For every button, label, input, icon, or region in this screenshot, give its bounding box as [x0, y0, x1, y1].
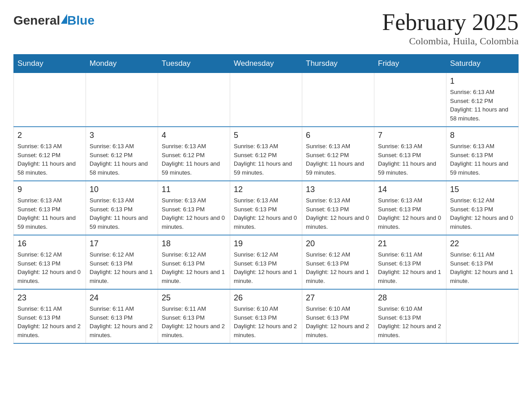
day-number: 7 — [378, 131, 442, 140]
calendar-cell — [446, 289, 519, 343]
calendar-cell: 10Sunrise: 6:13 AM Sunset: 6:13 PM Dayli… — [86, 181, 158, 235]
day-number: 22 — [450, 239, 515, 248]
weekday-header-monday: Monday — [86, 55, 158, 73]
day-number: 9 — [17, 185, 82, 194]
day-number: 20 — [306, 239, 370, 248]
calendar-week-5: 23Sunrise: 6:11 AM Sunset: 6:13 PM Dayli… — [14, 289, 519, 343]
weekday-header-friday: Friday — [374, 55, 446, 73]
calendar-cell: 19Sunrise: 6:12 AM Sunset: 6:13 PM Dayli… — [230, 235, 302, 289]
calendar-cell: 5Sunrise: 6:13 AM Sunset: 6:12 PM Daylig… — [230, 127, 302, 181]
day-info: Sunrise: 6:11 AM Sunset: 6:13 PM Dayligh… — [450, 250, 515, 285]
day-number: 26 — [234, 293, 298, 303]
calendar-week-1: 1Sunrise: 6:13 AM Sunset: 6:12 PM Daylig… — [14, 73, 519, 127]
day-info: Sunrise: 6:13 AM Sunset: 6:13 PM Dayligh… — [90, 196, 154, 231]
calendar-table: SundayMondayTuesdayWednesdayThursdayFrid… — [13, 54, 519, 344]
day-info: Sunrise: 6:12 AM Sunset: 6:13 PM Dayligh… — [162, 250, 226, 285]
day-info: Sunrise: 6:13 AM Sunset: 6:13 PM Dayligh… — [378, 142, 442, 177]
day-info: Sunrise: 6:13 AM Sunset: 6:13 PM Dayligh… — [306, 196, 370, 231]
calendar-cell: 17Sunrise: 6:12 AM Sunset: 6:13 PM Dayli… — [86, 235, 158, 289]
day-number: 17 — [90, 239, 154, 248]
calendar-cell — [14, 73, 86, 127]
weekday-header-row: SundayMondayTuesdayWednesdayThursdayFrid… — [14, 55, 519, 73]
day-number: 12 — [234, 185, 298, 194]
day-info: Sunrise: 6:10 AM Sunset: 6:13 PM Dayligh… — [306, 304, 370, 339]
day-info: Sunrise: 6:13 AM Sunset: 6:12 PM Dayligh… — [450, 88, 515, 123]
calendar-cell — [302, 73, 374, 127]
day-number: 24 — [90, 293, 154, 303]
day-number: 16 — [17, 239, 82, 248]
calendar-title: February 2025 — [382, 9, 519, 35]
day-number: 8 — [450, 131, 515, 140]
day-info: Sunrise: 6:11 AM Sunset: 6:13 PM Dayligh… — [378, 250, 442, 285]
calendar-cell: 28Sunrise: 6:10 AM Sunset: 6:13 PM Dayli… — [374, 289, 446, 343]
day-number: 25 — [162, 293, 226, 303]
calendar-cell: 14Sunrise: 6:13 AM Sunset: 6:13 PM Dayli… — [374, 181, 446, 235]
day-info: Sunrise: 6:12 AM Sunset: 6:13 PM Dayligh… — [306, 250, 370, 285]
calendar-cell — [86, 73, 158, 127]
day-number: 23 — [17, 293, 82, 303]
day-info: Sunrise: 6:12 AM Sunset: 6:13 PM Dayligh… — [234, 250, 298, 285]
calendar-cell: 11Sunrise: 6:13 AM Sunset: 6:13 PM Dayli… — [158, 181, 230, 235]
weekday-header-saturday: Saturday — [446, 55, 519, 73]
calendar-cell: 27Sunrise: 6:10 AM Sunset: 6:13 PM Dayli… — [302, 289, 374, 343]
logo-text-blue: Blue — [67, 13, 94, 28]
day-number: 15 — [450, 185, 515, 194]
calendar-cell: 6Sunrise: 6:13 AM Sunset: 6:12 PM Daylig… — [302, 127, 374, 181]
calendar-cell: 23Sunrise: 6:11 AM Sunset: 6:13 PM Dayli… — [14, 289, 86, 343]
calendar-cell: 12Sunrise: 6:13 AM Sunset: 6:13 PM Dayli… — [230, 181, 302, 235]
weekday-header-tuesday: Tuesday — [158, 55, 230, 73]
weekday-header-thursday: Thursday — [302, 55, 374, 73]
calendar-cell: 3Sunrise: 6:13 AM Sunset: 6:12 PM Daylig… — [86, 127, 158, 181]
calendar-cell: 22Sunrise: 6:11 AM Sunset: 6:13 PM Dayli… — [446, 235, 519, 289]
weekday-header-sunday: Sunday — [14, 55, 86, 73]
day-info: Sunrise: 6:11 AM Sunset: 6:13 PM Dayligh… — [90, 304, 154, 339]
calendar-cell: 2Sunrise: 6:13 AM Sunset: 6:12 PM Daylig… — [14, 127, 86, 181]
calendar-cell: 24Sunrise: 6:11 AM Sunset: 6:13 PM Dayli… — [86, 289, 158, 343]
day-info: Sunrise: 6:13 AM Sunset: 6:13 PM Dayligh… — [17, 196, 82, 231]
day-number: 1 — [450, 77, 515, 86]
day-number: 18 — [162, 239, 226, 248]
calendar-cell: 20Sunrise: 6:12 AM Sunset: 6:13 PM Dayli… — [302, 235, 374, 289]
day-info: Sunrise: 6:12 AM Sunset: 6:13 PM Dayligh… — [450, 196, 515, 231]
day-info: Sunrise: 6:12 AM Sunset: 6:13 PM Dayligh… — [17, 250, 82, 285]
day-info: Sunrise: 6:13 AM Sunset: 6:13 PM Dayligh… — [378, 196, 442, 231]
weekday-header-wednesday: Wednesday — [230, 55, 302, 73]
calendar-week-2: 2Sunrise: 6:13 AM Sunset: 6:12 PM Daylig… — [14, 127, 519, 181]
day-number: 19 — [234, 239, 298, 248]
calendar-cell: 8Sunrise: 6:13 AM Sunset: 6:13 PM Daylig… — [446, 127, 519, 181]
calendar-cell: 13Sunrise: 6:13 AM Sunset: 6:13 PM Dayli… — [302, 181, 374, 235]
day-info: Sunrise: 6:10 AM Sunset: 6:13 PM Dayligh… — [378, 304, 442, 339]
day-info: Sunrise: 6:12 AM Sunset: 6:13 PM Dayligh… — [90, 250, 154, 285]
calendar-cell: 26Sunrise: 6:10 AM Sunset: 6:13 PM Dayli… — [230, 289, 302, 343]
day-number: 13 — [306, 185, 370, 194]
logo-triangle-icon — [61, 14, 67, 24]
calendar-cell: 18Sunrise: 6:12 AM Sunset: 6:13 PM Dayli… — [158, 235, 230, 289]
calendar-header: SundayMondayTuesdayWednesdayThursdayFrid… — [14, 55, 519, 73]
day-info: Sunrise: 6:13 AM Sunset: 6:12 PM Dayligh… — [234, 142, 298, 177]
day-info: Sunrise: 6:11 AM Sunset: 6:13 PM Dayligh… — [17, 304, 82, 339]
day-info: Sunrise: 6:13 AM Sunset: 6:13 PM Dayligh… — [450, 142, 515, 177]
day-number: 4 — [162, 131, 226, 140]
day-number: 6 — [306, 131, 370, 140]
calendar-body: 1Sunrise: 6:13 AM Sunset: 6:12 PM Daylig… — [14, 73, 519, 344]
calendar-subtitle: Colombia, Huila, Colombia — [382, 35, 519, 47]
page-header: General Blue February 2025 Colombia, Hui… — [13, 9, 519, 47]
calendar-cell: 4Sunrise: 6:13 AM Sunset: 6:12 PM Daylig… — [158, 127, 230, 181]
day-number: 2 — [17, 131, 82, 140]
calendar-cell: 15Sunrise: 6:12 AM Sunset: 6:13 PM Dayli… — [446, 181, 519, 235]
day-number: 11 — [162, 185, 226, 194]
calendar-cell: 9Sunrise: 6:13 AM Sunset: 6:13 PM Daylig… — [14, 181, 86, 235]
day-number: 5 — [234, 131, 298, 140]
day-info: Sunrise: 6:13 AM Sunset: 6:12 PM Dayligh… — [90, 142, 154, 177]
day-number: 21 — [378, 239, 442, 248]
calendar-cell: 7Sunrise: 6:13 AM Sunset: 6:13 PM Daylig… — [374, 127, 446, 181]
day-info: Sunrise: 6:13 AM Sunset: 6:12 PM Dayligh… — [17, 142, 82, 177]
calendar-week-3: 9Sunrise: 6:13 AM Sunset: 6:13 PM Daylig… — [14, 181, 519, 235]
day-info: Sunrise: 6:13 AM Sunset: 6:12 PM Dayligh… — [162, 142, 226, 177]
day-number: 14 — [378, 185, 442, 194]
day-info: Sunrise: 6:13 AM Sunset: 6:13 PM Dayligh… — [162, 196, 226, 231]
calendar-cell: 16Sunrise: 6:12 AM Sunset: 6:13 PM Dayli… — [14, 235, 86, 289]
day-number: 27 — [306, 293, 370, 303]
title-area: February 2025 Colombia, Huila, Colombia — [382, 9, 519, 47]
day-number: 10 — [90, 185, 154, 194]
